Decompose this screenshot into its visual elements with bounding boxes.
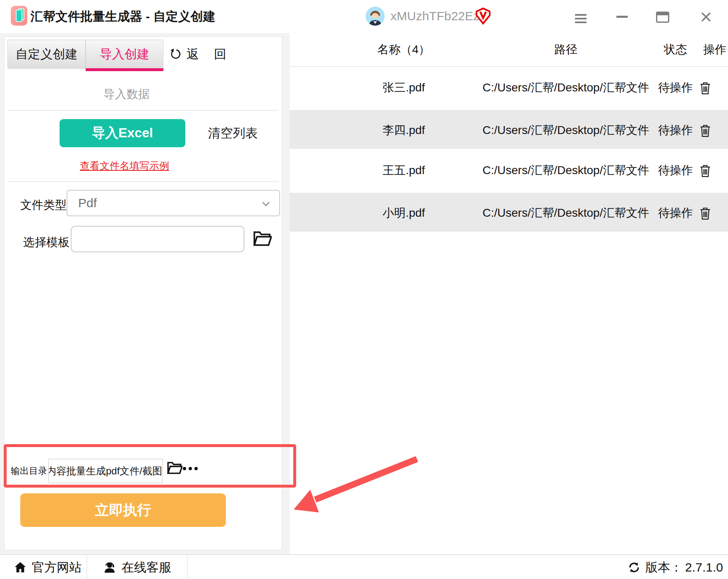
execute-button[interactable]: 立即执行 (20, 493, 226, 527)
file-name: 王五.pdf (314, 150, 493, 191)
minimize-button[interactable] (616, 16, 628, 18)
chevron-down-icon (262, 201, 270, 206)
trash-icon (699, 124, 711, 138)
status-badge: 待操作 (653, 110, 698, 151)
trash-icon (699, 206, 711, 220)
left-panel: 自定义创建 导入创建 返 回 导入数据 导入Excel 清空列表 查看文件名填写… (4, 36, 282, 550)
template-label: 选择模板 (23, 234, 69, 250)
close-icon (700, 11, 712, 23)
home-icon (14, 561, 27, 574)
tab-label: 导入创建 (100, 46, 149, 63)
clear-list-button[interactable]: 清空列表 (208, 125, 274, 141)
avatar (366, 7, 385, 26)
output-dir-input[interactable]: 据Excel内容批量生成pdf文件/截图 (48, 459, 163, 483)
file-name: 李四.pdf (314, 110, 493, 151)
update-button[interactable] (628, 561, 640, 574)
import-excel-button[interactable]: 导入Excel (60, 119, 185, 147)
file-type-label: 文件类型 (20, 197, 67, 213)
back-button[interactable]: 返 回 (169, 40, 232, 69)
version-number: 2.7.1.0 (685, 560, 723, 574)
support-label: 在线客服 (122, 559, 171, 576)
file-table-panel: 名称（4） 路径 状态 操作 张三.pdf C:/Users/汇帮/Deskto… (290, 33, 728, 554)
close-button[interactable] (700, 11, 712, 23)
dot-icon (189, 467, 192, 470)
browse-template-button[interactable] (253, 230, 272, 247)
table-row[interactable]: 王五.pdf C:/Users/汇帮/Desktop/汇帮文件 待操作 (290, 150, 728, 191)
delete-button[interactable] (698, 163, 712, 178)
trash-icon (699, 164, 711, 178)
footer: 官方网站 在线客服 版本：2.7.1.0 (0, 554, 728, 579)
template-input[interactable] (71, 226, 244, 252)
file-type-value: Pdf (78, 191, 97, 215)
column-header-path: 路径 (472, 33, 660, 66)
dot-icon (194, 467, 198, 470)
file-path: C:/Users/汇帮/Desktop/汇帮文件 (472, 193, 660, 234)
status-badge: 待操作 (653, 67, 698, 109)
column-header-action: 操作 (694, 33, 728, 66)
file-path: C:/Users/汇帮/Desktop/汇帮文件 (472, 110, 660, 151)
folder-icon (167, 461, 182, 475)
file-name: 张三.pdf (314, 67, 493, 109)
footer-divider (187, 555, 188, 579)
website-label: 官方网站 (32, 559, 81, 576)
tab-custom-create[interactable]: 自定义创建 (7, 40, 86, 69)
import-section-label: 导入数据 (5, 86, 249, 102)
table-header-divider (290, 66, 728, 67)
table-row[interactable]: 小明.pdf C:/Users/汇帮/Desktop/汇帮文件 待操作 (290, 191, 728, 233)
divider (8, 181, 278, 182)
maximize-icon (656, 12, 669, 23)
maximize-button[interactable] (656, 12, 669, 23)
tab-label: 自定义创建 (16, 46, 78, 63)
version-label: 版本： (645, 559, 682, 576)
menu-button[interactable] (575, 12, 587, 25)
file-path: C:/Users/汇帮/Desktop/汇帮文件 (472, 150, 660, 191)
dot-icon (183, 467, 186, 470)
divider (8, 110, 278, 111)
support-link[interactable]: 在线客服 (103, 555, 171, 579)
customer-service-icon (103, 560, 117, 574)
username: xMUzhTFb22Ez (390, 0, 479, 33)
folder-icon (253, 230, 272, 247)
delete-button[interactable] (698, 123, 712, 138)
undo-icon (169, 48, 182, 60)
column-header-status: 状态 (653, 33, 698, 66)
output-dir-value: 据Excel内容批量生成pdf文件/截图 (48, 464, 162, 478)
delete-button[interactable] (698, 81, 712, 96)
template-value (72, 233, 77, 245)
active-tab-underline (86, 68, 163, 71)
file-path: C:/Users/汇帮/Desktop/汇帮文件 (472, 67, 660, 109)
refresh-icon (628, 561, 640, 574)
website-link[interactable]: 官方网站 (14, 555, 81, 579)
back-label: 返 回 (187, 46, 232, 63)
status-badge: 待操作 (653, 150, 698, 191)
minimize-icon (616, 16, 628, 18)
account-button[interactable] (366, 7, 385, 26)
status-badge: 待操作 (653, 193, 698, 234)
button-label: 导入Excel (92, 124, 153, 142)
trash-icon (699, 81, 711, 95)
table-row[interactable]: 李四.pdf C:/Users/汇帮/Desktop/汇帮文件 待操作 (290, 109, 728, 150)
app-icon (11, 6, 27, 26)
table-row[interactable]: 张三.pdf C:/Users/汇帮/Desktop/汇帮文件 待操作 (290, 67, 728, 109)
button-label: 立即执行 (95, 501, 151, 520)
file-type-select[interactable]: Pdf (67, 190, 280, 216)
window-title: 汇帮文件批量生成器 - 自定义创建 (31, 0, 216, 33)
tab-import-create[interactable]: 导入创建 (86, 40, 163, 69)
column-header-name: 名称（4） (314, 33, 493, 66)
delete-button[interactable] (698, 206, 712, 221)
browse-output-button[interactable] (167, 461, 182, 475)
more-options-button[interactable] (183, 467, 198, 470)
file-name: 小明.pdf (314, 193, 493, 234)
output-dir-label: 输出目录: (11, 465, 50, 477)
filename-example-link[interactable]: 查看文件名填写示例 (5, 159, 244, 172)
footer-divider (86, 555, 87, 579)
titlebar: 汇帮文件批量生成器 - 自定义创建 xMUzhTFb22Ez (0, 0, 728, 33)
vip-badge-icon[interactable] (475, 7, 491, 25)
version-info: 版本：2.7.1.0 (628, 555, 723, 579)
main-content: 名称（4） 路径 状态 操作 张三.pdf C:/Users/汇帮/Deskto… (0, 33, 728, 554)
